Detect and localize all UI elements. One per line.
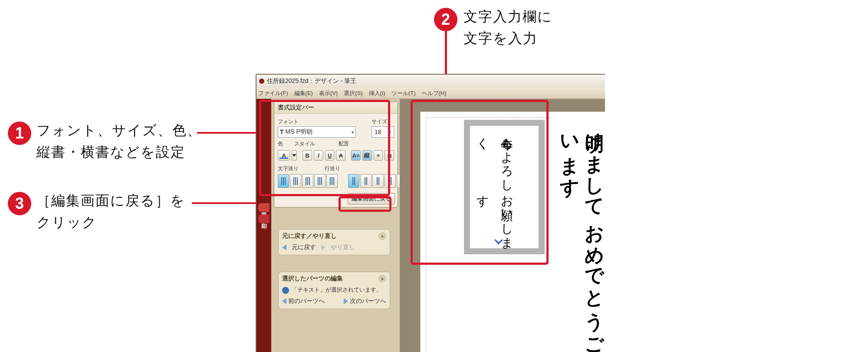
char-spacing-2[interactable] [290,174,301,188]
italic-button[interactable]: I [314,150,323,161]
underline-button[interactable]: U [325,150,335,161]
callout-badge-3: 3 [8,192,31,215]
menu-help[interactable]: ヘルプ(H) [422,89,447,97]
collapse-icon[interactable]: « [378,275,386,283]
char-spacing-1[interactable] [278,174,289,188]
font-dropdown[interactable]: T MS P明朝 ▾ [278,126,356,138]
selected-parts-message: 「テキスト」が選択されています。 [292,286,382,294]
callout-3-line2: クリック [36,212,185,234]
line-spacing-1[interactable] [348,174,359,188]
calligraphy-art: 明けまして おめでとう ございます [553,112,605,352]
text-line-1: 今年もよろしく [470,129,519,187]
char-spacing-group [278,174,338,188]
undo-button[interactable]: 元に戻す [292,243,316,251]
calligraphy-line-2: おめでとう [584,211,605,320]
triangle-right-icon [344,298,348,304]
callout-2-line1: 文字入力欄に [464,6,552,28]
triangle-left-icon [282,244,286,250]
callout-badge-1: 1 [8,122,31,145]
selected-parts-title: 選択したパーツの編集 [282,275,343,283]
vertical-text: 今年もよろしく お願いします [470,126,523,248]
design-canvas[interactable]: 今年もよろしく お願いします 明けまして おめでとう ございます [400,99,605,352]
triangle-right-icon [321,244,326,250]
menu-select[interactable]: 選択(S) [344,89,362,97]
size-dropdown[interactable]: 18 ▾ [372,126,394,138]
align-extra-2-button[interactable]: ≣ [385,150,394,161]
callout-2-line2: 文字を入力 [464,28,552,49]
color-button[interactable]: A [278,150,290,161]
tab-insatsu[interactable]: 印刷 [258,214,270,223]
triangle-left-icon [282,298,286,304]
align-vertical-button[interactable]: 縦 [362,150,372,161]
tab-uramen[interactable]: 裏面 [258,203,270,212]
align-horizontal-button[interactable]: A≡ [351,150,361,161]
undo-redo-panel-title: 元に戻す／やり直し [282,232,337,240]
prev-part-button[interactable]: 前のパーツへ [288,297,325,305]
label-line-spacing: 行送り [325,165,340,172]
menu-tools[interactable]: ツール(T) [391,89,416,97]
calligraphy-line-1: 明けまして [584,119,605,207]
undo-redo-panel: 元に戻す／やり直し « 元に戻す やり直し [278,229,390,255]
char-spacing-3[interactable] [302,174,313,188]
callout-1-line2: 縦書・横書などを設定 [36,141,202,163]
line-spacing-2[interactable] [360,174,372,188]
menu-bar: ファイル(F) 編集(E) 表示(V) 選択(S) 挿入(I) ツール(T) ヘ… [256,88,605,99]
chevron-down-icon: ▾ [389,130,391,135]
line-spacing-group [348,174,408,188]
callout-text-1: フォント、サイズ、色、 縦書・横書などを設定 [36,120,202,163]
font-value: MS P明朝 [286,128,312,136]
align-extra-1-button[interactable]: ≡ [374,150,383,161]
menu-insert[interactable]: 挿入(I) [369,89,385,97]
format-panel: 書式設定バー フォント T MS P明朝 ▾ [274,102,398,207]
callout-text-3: ［編集画面に戻る］を クリック [36,190,185,233]
left-tab-strip: 裏面 印刷 [256,99,271,352]
collapse-icon[interactable]: « [378,232,386,240]
char-spacing-4[interactable] [314,174,326,188]
callout-3-line1: ［編集画面に戻る］を [36,190,185,212]
format-panel-body: フォント T MS P明朝 ▾ サイズ 18 [274,114,398,191]
connector-1 [197,132,260,134]
label-align: 配置 [339,140,349,148]
info-icon [282,287,289,294]
line-spacing-3[interactable] [372,174,384,188]
window-title: 住所録2025.fzd：デザイン - 筆王 [267,77,356,85]
menu-edit[interactable]: 編集(E) [294,89,313,97]
app-window: 住所録2025.fzd：デザイン - 筆王 ファイル(F) 編集(E) 表示(V… [256,74,605,352]
selected-parts-panel: 選択したパーツの編集 « 「テキスト」が選択されています。 前のパーツへ [278,272,390,309]
line-spacing-4[interactable] [385,174,396,188]
bold-button[interactable]: B [302,150,312,161]
label-font: フォント [278,118,367,125]
callout-1-line1: フォント、サイズ、色、 [36,120,202,141]
color-dropdown-button[interactable] [292,150,297,161]
menu-file[interactable]: ファイル(F) [258,89,288,97]
chevron-down-icon: ▾ [352,130,354,135]
next-part-button[interactable]: 次のパーツへ [350,297,386,305]
text-line-2: お願いします [470,187,519,245]
callout-text-2: 文字入力欄に 文字を入力 [464,6,552,49]
callout-badge-2: 2 [434,8,457,31]
window-body: 裏面 印刷 書式設定バー フォント T MS P明朝 [256,99,605,352]
return-to-edit-button[interactable]: 編集画面に戻る [348,193,395,204]
side-panel-column: 書式設定バー フォント T MS P明朝 ▾ [271,99,400,352]
title-bar: 住所録2025.fzd：デザイン - 筆王 [256,75,605,88]
redo-button[interactable]: やり直し [331,243,355,251]
label-color: 色 [278,140,283,148]
text-input-frame[interactable]: 今年もよろしく お願いします [464,120,545,254]
label-char-spacing: 文字送り [278,165,299,172]
label-style: スタイル [294,140,315,148]
menu-view[interactable]: 表示(V) [319,89,338,97]
format-panel-title: 書式設定バー [274,102,398,114]
label-size: サイズ [372,118,394,125]
size-value: 18 [375,128,381,135]
strike-button[interactable]: A [336,150,345,161]
app-icon [259,79,264,84]
char-spacing-5[interactable] [326,174,338,188]
figure-root: 2 文字入力欄に 文字を入力 1 フォント、サイズ、色、 縦書・横書などを設定 … [0,0,868,352]
chevron-down-icon [292,154,296,157]
